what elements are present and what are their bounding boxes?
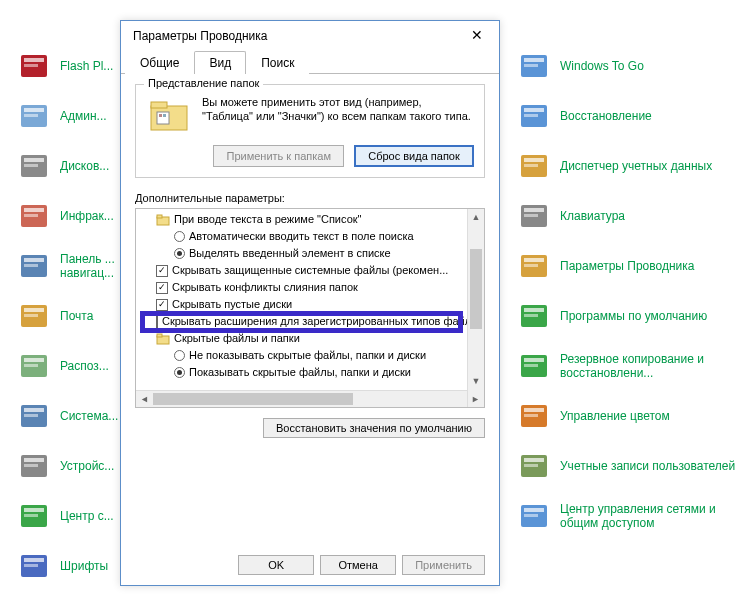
svg-rect-65 <box>157 112 169 124</box>
scroll-up-icon[interactable]: ▲ <box>468 209 484 226</box>
scrollbar-vertical[interactable]: ▲ ▼ <box>467 209 484 407</box>
tab-search[interactable]: Поиск <box>246 51 309 74</box>
control-panel-item[interactable]: Панель ... навигац... <box>18 250 118 282</box>
control-panel-item-label: Flash Pl... <box>60 59 113 73</box>
control-panel-item-label: Восстановление <box>560 109 652 123</box>
sync-icon <box>18 500 50 532</box>
control-panel-item[interactable]: Шрифты <box>18 550 118 582</box>
control-panel-item[interactable]: Flash Pl... <box>18 50 118 82</box>
control-panel-item-label: Инфрак... <box>60 209 114 223</box>
tree-item-label: Скрывать пустые диски <box>172 296 292 313</box>
control-panel-item[interactable]: Параметры Проводника <box>518 250 746 282</box>
control-panel-item[interactable]: Дисков... <box>18 150 118 182</box>
svg-rect-25 <box>24 458 44 462</box>
control-panel-item[interactable]: Центр с... <box>18 500 118 532</box>
tree-item[interactable]: Скрывать конфликты слияния папок <box>142 279 465 296</box>
control-panel-item-label: Программы по умолчанию <box>560 309 707 323</box>
group-legend: Представление папок <box>144 77 263 89</box>
svg-rect-22 <box>24 408 44 412</box>
svg-rect-7 <box>24 158 44 162</box>
svg-rect-44 <box>524 214 538 217</box>
checkbox[interactable] <box>156 299 168 311</box>
svg-rect-38 <box>524 114 538 117</box>
svg-rect-34 <box>524 58 544 62</box>
checkbox[interactable] <box>156 282 168 294</box>
control-panel-item[interactable]: Восстановление <box>518 100 746 132</box>
control-panel-item-label: Диспетчер учетных данных <box>560 159 712 173</box>
scroll-thumb-v[interactable] <box>470 249 482 329</box>
radio[interactable] <box>174 231 185 242</box>
control-panel-item[interactable]: Диспетчер учетных данных <box>518 150 746 182</box>
control-panel-item[interactable]: Почта <box>18 300 118 332</box>
tree-item[interactable]: Скрывать защищенные системные файлы (рек… <box>142 262 465 279</box>
folder-icon <box>146 95 192 135</box>
control-panel-item[interactable]: Инфрак... <box>18 200 118 232</box>
color-icon <box>518 400 550 432</box>
tree-item-label: Выделять введенный элемент в списке <box>189 245 391 262</box>
device-icon <box>18 450 50 482</box>
folder-icon <box>156 332 170 346</box>
svg-rect-14 <box>24 264 38 267</box>
scroll-left-icon[interactable]: ◄ <box>136 391 153 407</box>
control-panel-item-label: Системa... <box>60 409 118 423</box>
close-icon[interactable]: ✕ <box>463 26 491 46</box>
control-panel-item[interactable]: Учетные записи пользователей <box>518 450 746 482</box>
titlebar[interactable]: Параметры Проводника ✕ <box>121 21 499 51</box>
folder-icon <box>156 213 170 227</box>
control-panel-item[interactable]: Распоз... <box>18 350 118 382</box>
tree-item[interactable]: Автоматически вводить текст в поле поиск… <box>142 228 465 245</box>
apply-button[interactable]: Применить <box>402 555 485 575</box>
control-panel-item-label: Устройс... <box>60 459 114 473</box>
svg-rect-20 <box>24 364 38 367</box>
control-panel-item[interactable]: Программы по умолчанию <box>518 300 746 332</box>
control-panel-item[interactable]: Системa... <box>18 400 118 432</box>
restore-defaults-button[interactable]: Восстановить значения по умолчанию <box>263 418 485 438</box>
reset-folders-button[interactable]: Сброс вида папок <box>354 145 474 167</box>
svg-rect-31 <box>24 558 44 562</box>
control-panel-item[interactable]: Устройс... <box>18 450 118 482</box>
scroll-right-icon[interactable]: ► <box>467 391 484 407</box>
radio[interactable] <box>174 350 185 361</box>
control-panel-item[interactable]: Клавиатура <box>518 200 746 232</box>
tree-item-label: Скрывать защищенные системные файлы (рек… <box>172 262 448 279</box>
checkbox[interactable] <box>156 265 168 277</box>
control-panel-item[interactable]: Админ... <box>18 100 118 132</box>
fonts-icon <box>18 550 50 582</box>
control-panel-item[interactable]: Windows To Go <box>518 50 746 82</box>
control-panel-item[interactable]: Центр управления сетями и общим доступом <box>518 500 746 532</box>
tree-item[interactable]: Выделять введенный элемент в списке <box>142 245 465 262</box>
radio[interactable] <box>174 367 185 378</box>
radio[interactable] <box>174 248 185 259</box>
svg-rect-28 <box>24 508 44 512</box>
tree-item-label: При вводе текста в режиме "Список" <box>174 211 361 228</box>
tab-view[interactable]: Вид <box>194 51 246 74</box>
tree-item[interactable]: Не показывать скрытые файлы, папки и дис… <box>142 347 465 364</box>
control-panel-item[interactable]: Управление цветом <box>518 400 746 432</box>
wtg-icon <box>518 50 550 82</box>
tree-item[interactable]: При вводе текста в режиме "Список" <box>142 211 465 228</box>
cancel-button[interactable]: Отмена <box>320 555 396 575</box>
control-panel-item-label: Шрифты <box>60 559 108 573</box>
tree-item[interactable]: Скрывать расширения для зарегистрированн… <box>142 313 465 330</box>
ok-button[interactable]: OK <box>238 555 314 575</box>
svg-rect-26 <box>24 464 38 467</box>
apply-to-folders-button[interactable]: Применить к папкам <box>213 145 344 167</box>
disk-icon <box>18 150 50 182</box>
tree-item[interactable]: Скрытые файлы и папки <box>142 330 465 347</box>
scroll-down-icon[interactable]: ▼ <box>468 373 484 390</box>
tree-item[interactable]: Скрывать пустые диски <box>142 296 465 313</box>
tabs: Общие Вид Поиск <box>121 51 499 74</box>
svg-rect-66 <box>159 114 162 117</box>
scrollbar-horizontal[interactable]: ◄ ► <box>136 390 467 407</box>
svg-rect-58 <box>524 458 544 462</box>
svg-rect-50 <box>524 314 538 317</box>
svg-rect-32 <box>24 564 38 567</box>
tab-general[interactable]: Общие <box>125 51 194 74</box>
scroll-thumb-h[interactable] <box>153 393 353 405</box>
tree-item[interactable]: Показывать скрытые файлы, папки и диски <box>142 364 465 381</box>
checkbox[interactable] <box>156 316 158 328</box>
control-panel-item[interactable]: Резервное копирование и восстановлени... <box>518 350 746 382</box>
svg-rect-62 <box>524 514 538 517</box>
control-panel-item-label: Параметры Проводника <box>560 259 694 273</box>
svg-rect-67 <box>163 114 166 117</box>
